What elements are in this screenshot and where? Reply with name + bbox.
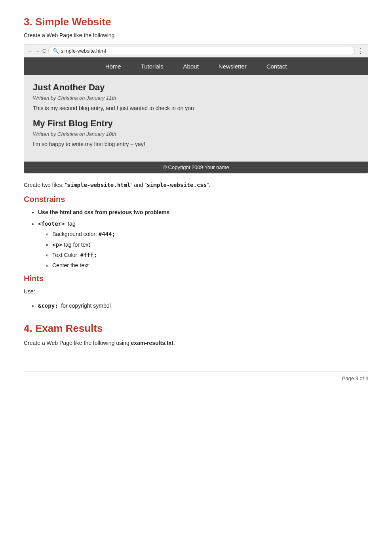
reload-button[interactable]: C xyxy=(42,48,46,54)
blog-post-1-body: This is my second blog entry, and I just… xyxy=(33,105,359,111)
section4: 4. Exam Results Create a Web Page like t… xyxy=(24,322,368,347)
browser-toolbar: ← → C 🔍 simple-website.html ⋮ xyxy=(24,44,368,57)
constrain-item-2: <footer> tag Background color: #444; <p>… xyxy=(38,219,368,270)
hints-intro: Use: xyxy=(24,287,368,296)
section4-subtitle-start: Create a Web Page like the following usi… xyxy=(24,340,131,346)
browser-menu-icon[interactable]: ⋮ xyxy=(357,46,365,55)
footer-text: © Copyright 2009 Your name xyxy=(163,164,229,170)
site-nav: Home Tutorials About Newsletter Contact xyxy=(24,57,368,75)
forward-button[interactable]: → xyxy=(35,48,40,54)
text-color-code: #fff; xyxy=(80,252,97,258)
nav-tutorials[interactable]: Tutorials xyxy=(141,63,164,70)
browser-mockup: ← → C 🔍 simple-website.html ⋮ Home Tutor… xyxy=(24,44,368,173)
p-tag-code: <p> xyxy=(52,242,62,248)
footer-sub-list: Background color: #444; <p> tag for text… xyxy=(52,230,368,270)
site-content: Just Another Day Written by Christina on… xyxy=(24,75,368,162)
page-number: Page 3 of 4 xyxy=(342,375,369,381)
nav-home[interactable]: Home xyxy=(105,63,121,70)
search-icon: 🔍 xyxy=(53,48,59,54)
hint-item-1: &copy; for copyright symbol xyxy=(38,301,368,310)
hints-heading: Hints xyxy=(24,274,368,283)
blog-post-2-meta: Written by Christina on January 10th xyxy=(33,131,359,137)
nav-newsletter[interactable]: Newsletter xyxy=(219,63,247,70)
site-footer: © Copyright 2009 Your name xyxy=(24,162,368,173)
url-bar[interactable]: 🔍 simple-website.html xyxy=(48,47,355,55)
nav-about[interactable]: About xyxy=(183,63,199,70)
hints-list: &copy; for copyright symbol xyxy=(38,301,368,310)
copy-entity-code: &copy; xyxy=(38,303,58,309)
footer-sub-item-4: Center the text xyxy=(52,261,368,270)
section4-file: exam-results.txt xyxy=(131,340,173,346)
constrains-heading: Constrains xyxy=(24,195,368,204)
blog-post-2-body: I'm so happy to write my first blog entr… xyxy=(33,141,359,147)
section4-subtitle-end: . xyxy=(173,340,175,346)
section4-subtitle: Create a Web Page like the following usi… xyxy=(24,339,368,347)
constrain-item-1-text: Use the html and css from previous two p… xyxy=(38,209,169,215)
url-text: simple-website.html xyxy=(61,48,106,54)
section3-subtitle: Create a Web Page like the following xyxy=(24,32,368,38)
page-footer: Page 3 of 4 xyxy=(24,371,368,381)
footer-tag: <footer> xyxy=(38,221,65,227)
section4-title: 4. Exam Results xyxy=(24,322,368,335)
blog-post-2-title: My First Blog Entry xyxy=(33,118,359,129)
constrain-item-1: Use the html and css from previous two p… xyxy=(38,208,368,217)
constrains-list: Use the html and css from previous two p… xyxy=(38,208,368,270)
footer-sub-item-3: Text Color: #fff; xyxy=(52,251,368,259)
blog-post-1-title: Just Another Day xyxy=(33,82,359,93)
nav-contact[interactable]: Contact xyxy=(266,63,287,70)
section3-title: 3. Simple Website xyxy=(24,16,368,28)
blog-post-1: Just Another Day Written by Christina on… xyxy=(33,82,359,111)
file1-code: simple-website.html xyxy=(67,182,130,188)
back-button[interactable]: ← xyxy=(27,48,32,54)
instructions-text: Create two files: "simple-website.html" … xyxy=(24,181,368,189)
file2-code: simple-website.css xyxy=(147,182,207,188)
bg-color-code: #444; xyxy=(99,231,115,237)
blog-post-2: My First Blog Entry Written by Christina… xyxy=(33,118,359,147)
footer-sub-item-2: <p> tag for text xyxy=(52,240,368,249)
blog-post-1-meta: Written by Christina on January 11th xyxy=(33,95,359,101)
footer-sub-item-1: Background color: #444; xyxy=(52,230,368,238)
